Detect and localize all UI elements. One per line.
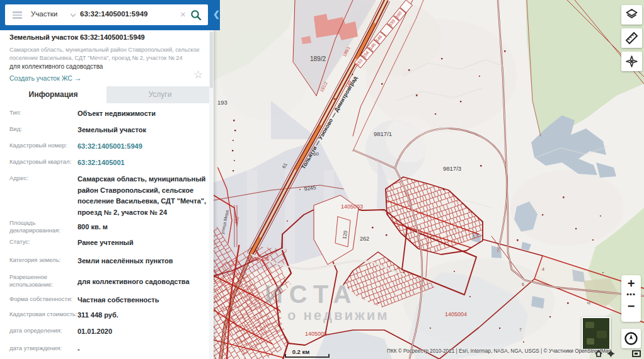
svg-text:7: 7 bbox=[519, 328, 522, 332]
svg-text:262: 262 bbox=[360, 236, 369, 242]
svg-text:189/2: 189/2 bbox=[310, 55, 326, 62]
svg-text:1405005: 1405005 bbox=[305, 331, 327, 337]
svg-text:4: 4 bbox=[542, 267, 544, 271]
svg-text:1405006: 1405006 bbox=[247, 256, 269, 262]
svg-text:1405003: 1405003 bbox=[341, 203, 363, 210]
svg-text:1405004: 1405004 bbox=[445, 311, 467, 317]
svg-text:193: 193 bbox=[217, 99, 227, 106]
svg-text:9817/3: 9817/3 bbox=[443, 165, 461, 172]
svg-text:ИСТА: ИСТА bbox=[265, 280, 357, 308]
svg-text:о недвижим: о недвижим bbox=[287, 307, 389, 323]
svg-text:6: 6 bbox=[522, 282, 524, 287]
svg-text:9817/1: 9817/1 bbox=[374, 130, 392, 137]
